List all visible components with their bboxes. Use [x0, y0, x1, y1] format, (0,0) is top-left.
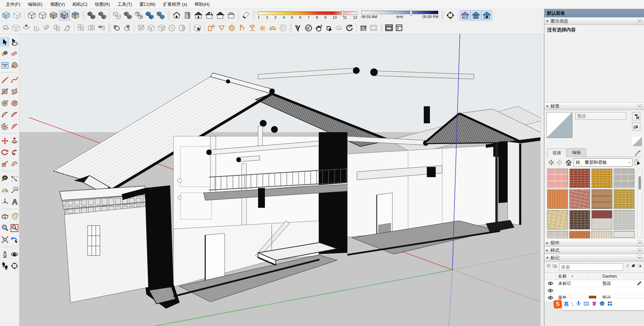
- protractor-tool[interactable]: [0, 186, 9, 195]
- pie-tool[interactable]: [0, 122, 9, 130]
- material-swatch-red-brick[interactable]: [569, 169, 590, 188]
- tag-edit[interactable]: [630, 281, 644, 286]
- ime-toolbar[interactable]: S 英 ’,: [554, 298, 644, 311]
- terrain-stamp-icon[interactable]: [1, 23, 11, 33]
- secondary-pane-button[interactable]: [632, 112, 640, 120]
- close-icon[interactable]: ✕: [637, 248, 643, 253]
- zoom-extents-tool[interactable]: [0, 235, 9, 244]
- axes-tool-tool[interactable]: [0, 197, 9, 206]
- text-label-tool[interactable]: A1: [10, 186, 19, 195]
- material-swatch-pink-paver[interactable]: [547, 169, 568, 188]
- back-icon[interactable]: [547, 159, 555, 166]
- comp-outer-shaded-icon[interactable]: [122, 10, 133, 20]
- menu-item[interactable]: 窗口(W): [136, 0, 159, 9]
- two-point-arc-tool[interactable]: [10, 110, 19, 119]
- window-frame2-icon[interactable]: [394, 23, 404, 33]
- date-slider-thumb[interactable]: [341, 11, 344, 16]
- visibility-eye-icon[interactable]: [544, 289, 556, 293]
- render-table-icon[interactable]: [358, 23, 369, 33]
- light-dome-icon[interactable]: [268, 23, 278, 33]
- tags-header[interactable]: ▼ 标记 ✕: [544, 254, 644, 262]
- material-swatch-tan-stone[interactable]: [547, 210, 568, 230]
- collapse-arrow-icon[interactable]: ▼: [546, 19, 551, 23]
- scrollbar-thumb[interactable]: [639, 176, 641, 189]
- material-swatch-grey-block[interactable]: [547, 231, 568, 238]
- tab-edit[interactable]: 编辑: [567, 148, 586, 157]
- house-dormer-icon[interactable]: [204, 10, 215, 20]
- render-run-icon[interactable]: [324, 23, 334, 33]
- 3d-viewport[interactable]: [19, 34, 540, 326]
- materials-header[interactable]: ▼ 材质 ✕: [544, 103, 644, 110]
- hide-rest-icon[interactable]: [86, 10, 97, 20]
- texture-shield-icon[interactable]: [136, 23, 146, 33]
- follow-me-tool[interactable]: [10, 148, 19, 157]
- tags-table-header[interactable]: 名称˅ Dashes: [544, 273, 644, 280]
- material-swatch-tan-boards[interactable]: [591, 189, 612, 209]
- menu-item[interactable]: 帮助(H): [191, 0, 213, 9]
- material-swatch-maroon-stucco[interactable]: [591, 210, 612, 230]
- dimension-tool[interactable]: 3: [10, 174, 19, 183]
- drape-up-icon[interactable]: [11, 23, 21, 33]
- create-material-button[interactable]: [632, 122, 640, 130]
- grid-a-icon[interactable]: [76, 23, 86, 33]
- material-swatch-white-siding[interactable]: [614, 231, 634, 238]
- material-mini-thumb[interactable]: [632, 137, 642, 146]
- menu-item[interactable]: 视图(V): [46, 0, 69, 9]
- window-frame-icon[interactable]: [384, 23, 394, 33]
- texture-circle-icon[interactable]: [177, 23, 187, 33]
- skin-icon[interactable]: [591, 301, 597, 308]
- wireframe-icon[interactable]: [26, 10, 37, 20]
- axes-compass-icon[interactable]: CA·S: [445, 10, 456, 20]
- collapse-arrow-icon[interactable]: ▼: [546, 256, 551, 260]
- house-hip-icon[interactable]: [226, 10, 237, 20]
- toolbox-grid-icon[interactable]: [607, 301, 613, 308]
- material-swatch-orange-siding[interactable]: [547, 189, 568, 209]
- texture-cube-icon[interactable]: [146, 23, 156, 33]
- components-header[interactable]: ► 组件 ✕: [544, 239, 644, 247]
- tag-row[interactable]: 未标记预设: [544, 280, 644, 287]
- close-icon[interactable]: ✕: [637, 104, 643, 109]
- zoom-tool[interactable]: [0, 223, 9, 232]
- menu-item[interactable]: 绘图(R): [91, 0, 114, 9]
- select-tool[interactable]: [0, 37, 9, 46]
- window-pane-icon[interactable]: [52, 23, 62, 33]
- material-swatch-light-brick[interactable]: [614, 210, 634, 230]
- collapse-arrow-icon[interactable]: ▼: [546, 105, 551, 108]
- light-flag-icon[interactable]: [237, 23, 247, 33]
- house-iso-icon[interactable]: [171, 10, 182, 20]
- vray-sphere-icon[interactable]: [303, 23, 314, 33]
- section-display-icon[interactable]: [460, 10, 470, 20]
- comp-outer-wire-icon[interactable]: [111, 10, 122, 20]
- forward-icon[interactable]: [556, 159, 564, 166]
- rename-tag-icon[interactable]: [625, 264, 629, 270]
- drape-down-icon[interactable]: [21, 23, 31, 33]
- look-around-tool[interactable]: [10, 250, 19, 259]
- orbit-tool[interactable]: [0, 212, 9, 221]
- freehand-tool[interactable]: [10, 75, 19, 84]
- comp-mixed-icon[interactable]: [133, 10, 144, 20]
- menu-item[interactable]: 编辑(E): [24, 0, 46, 9]
- visibility-eye-icon[interactable]: [544, 281, 556, 285]
- texture-cube2-icon[interactable]: [156, 23, 167, 33]
- tag-tool-tool[interactable]: [10, 61, 19, 69]
- material-preview[interactable]: [546, 112, 572, 138]
- walk-tool[interactable]: [0, 261, 9, 270]
- rotated-rectangle-tool[interactable]: [10, 87, 19, 96]
- zoom-window-tool[interactable]: [10, 223, 19, 232]
- menu-item[interactable]: 文件(F): [2, 0, 24, 9]
- cube-cursor-icon[interactable]: [192, 23, 203, 33]
- menu-item[interactable]: 相机(C): [69, 0, 91, 9]
- tag-dashes[interactable]: 预设: [601, 281, 630, 286]
- details-arrow-icon[interactable]: [634, 159, 641, 166]
- previous-view-tool[interactable]: [10, 235, 19, 244]
- shaded-icon[interactable]: [48, 10, 59, 20]
- shaded-textures-icon[interactable]: [59, 10, 70, 20]
- house-outline-icon[interactable]: [215, 10, 226, 20]
- close-icon[interactable]: ✕: [637, 255, 643, 261]
- house-door-icon[interactable]: [193, 10, 204, 20]
- add-tag-icon[interactable]: [546, 264, 551, 270]
- scale-tool[interactable]: [0, 159, 9, 168]
- material-swatch-cream-plank[interactable]: [591, 231, 612, 238]
- viewport-panel-gutter[interactable]: [540, 34, 544, 326]
- white-wedge-icon[interactable]: [240, 10, 251, 20]
